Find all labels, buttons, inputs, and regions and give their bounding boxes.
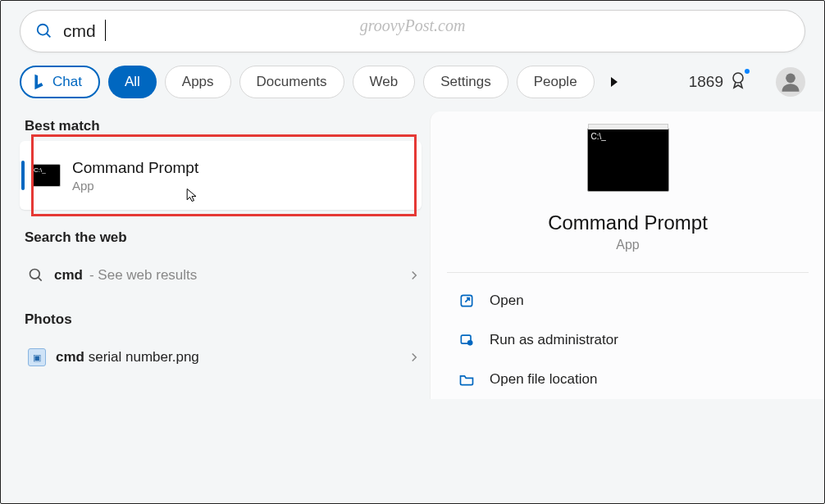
divider (447, 272, 809, 273)
best-match-title: Command Prompt (72, 159, 198, 177)
command-prompt-icon: C:\_ (31, 164, 61, 187)
all-tab[interactable]: All (108, 66, 157, 98)
rewards-points-value: 1869 (689, 73, 723, 91)
open-file-location-action[interactable]: Open file location (450, 360, 805, 399)
bing-icon (30, 73, 48, 91)
run-as-admin-action[interactable]: Run as administrator (450, 320, 805, 360)
preview-title: Command Prompt (548, 211, 708, 234)
user-avatar-icon (779, 70, 802, 93)
photo-name-rest: serial number.png (84, 349, 199, 365)
run-as-admin-label: Run as administrator (490, 332, 618, 348)
best-match-result[interactable]: C:\_ Command Prompt App (20, 141, 422, 210)
people-tab-label: People (534, 74, 577, 90)
scope-tabs: Chat All Apps Documents Web Settings Peo… (0, 52, 825, 111)
apps-tab-label: Apps (182, 74, 214, 90)
search-web-heading: Search the web (25, 229, 430, 246)
preview-subtitle: App (616, 238, 639, 252)
documents-tab[interactable]: Documents (239, 66, 344, 98)
shield-admin-icon (458, 332, 475, 348)
web-tab[interactable]: Web (353, 66, 416, 98)
mouse-cursor-icon (184, 187, 200, 203)
open-action-label: Open (490, 293, 524, 309)
svg-line-1 (47, 34, 51, 38)
photo-name-bold: cmd (56, 349, 84, 365)
documents-tab-label: Documents (257, 74, 327, 90)
search-icon (28, 267, 44, 284)
image-file-icon: ▣ (28, 348, 46, 366)
svg-point-2 (733, 73, 743, 83)
svg-point-4 (30, 270, 40, 279)
avatar[interactable] (776, 67, 805, 97)
svg-point-8 (467, 340, 473, 346)
chat-tab-label: Chat (52, 74, 82, 90)
svg-point-3 (786, 74, 795, 84)
web-hint: - See web results (89, 267, 197, 284)
open-external-icon (458, 293, 475, 309)
selection-indicator (21, 161, 25, 190)
rewards-points[interactable]: 1869 (689, 70, 748, 94)
preview-panel: C:\_ Command Prompt App (431, 128, 825, 252)
apps-tab[interactable]: Apps (165, 66, 231, 98)
settings-tab-label: Settings (440, 74, 490, 90)
svg-line-5 (39, 278, 42, 281)
web-result-row[interactable]: cmd - See web results (20, 252, 430, 298)
web-query-bold: cmd (54, 267, 83, 283)
chevron-right-icon (407, 268, 422, 283)
svg-point-0 (38, 25, 48, 35)
search-bar[interactable] (20, 10, 805, 52)
search-input[interactable] (63, 21, 790, 41)
web-tab-label: Web (370, 74, 399, 90)
settings-tab[interactable]: Settings (423, 66, 508, 98)
best-match-subtitle: App (72, 179, 198, 193)
folder-icon (458, 371, 475, 388)
notification-dot-icon (745, 69, 750, 74)
people-tab[interactable]: People (517, 66, 595, 98)
more-scopes-button[interactable] (611, 77, 618, 87)
open-file-location-label: Open file location (490, 371, 597, 388)
chevron-right-icon (407, 350, 422, 365)
text-caret (105, 20, 106, 41)
photos-heading: Photos (25, 311, 430, 328)
all-tab-label: All (125, 74, 140, 90)
open-action[interactable]: Open (450, 281, 805, 320)
search-icon (35, 22, 53, 40)
photo-result-row[interactable]: ▣ cmd serial number.png (20, 334, 430, 380)
chat-tab[interactable]: Chat (20, 66, 100, 98)
best-match-heading: Best match (25, 118, 430, 134)
command-prompt-large-icon: C:\_ (587, 128, 669, 192)
